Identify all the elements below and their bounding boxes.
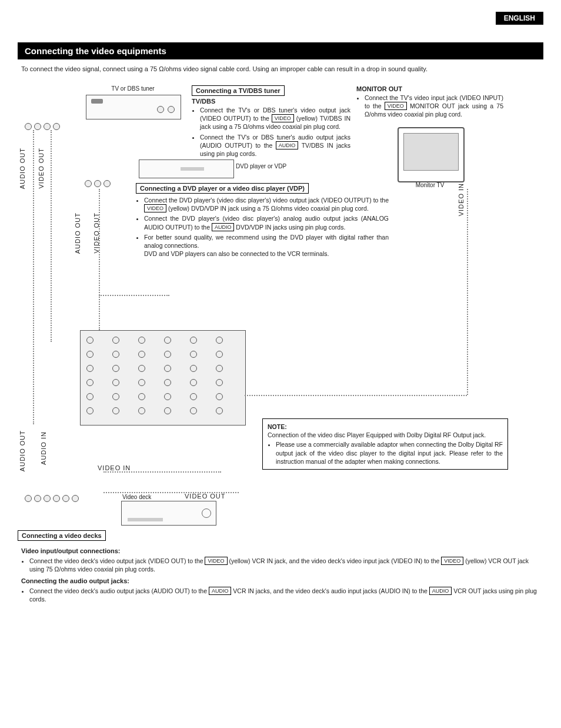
- audio-chip: AUDIO: [429, 587, 452, 595]
- video-io-sub: Video input/output connections:: [21, 547, 540, 556]
- monitor-out-heading: MONITOR OUT: [356, 85, 503, 92]
- audio-chip: AUDIO: [212, 223, 235, 231]
- dvd-bullet-2: Connect the DVD player's (video disc pla…: [144, 214, 389, 231]
- dvd-label: DVD player or VDP: [236, 163, 286, 169]
- note-bullet-1: Please use a commercially available adap…: [276, 440, 503, 466]
- monitor-out-bullet-1: Connect the TV's video input jack (VIDEO…: [365, 94, 503, 119]
- dvd-device: [139, 159, 234, 178]
- video-out-label-deck: VIDEO OUT: [185, 493, 226, 500]
- audio-chip: AUDIO: [276, 141, 299, 149]
- tuner-label: TV or DBS tuner: [86, 85, 180, 92]
- audio-chip: AUDIO: [209, 587, 232, 595]
- language-tab: ENGLISH: [496, 12, 543, 25]
- video-chip: VIDEO: [441, 557, 463, 565]
- video-deck-device: [121, 501, 216, 526]
- video-deck-bullet-1: Connect the video deck's video output ja…: [29, 557, 540, 573]
- dvd-bullet-3: For better sound quality, we recommend u…: [144, 233, 389, 258]
- tuner-device: [86, 95, 181, 119]
- audio-out-label-deck: AUDIO OUT: [19, 430, 26, 471]
- section-intro: To connect the video signal, connect usi…: [21, 65, 540, 72]
- video-deck-label: Video deck: [122, 494, 151, 500]
- video-out-label-tuner: VIDEO OUT: [38, 148, 45, 189]
- receiver-back-panel: [80, 330, 246, 426]
- monitor-tv-device: [398, 127, 465, 182]
- audio-in-label-deck: AUDIO IN: [40, 431, 47, 465]
- video-in-label-deck: VIDEO IN: [98, 464, 131, 471]
- tv-dbs-bullet-1: Connect the TV's or DBS tuner's video ou…: [200, 106, 350, 131]
- dvd-heading: Connecting a DVD player or a video disc …: [136, 183, 309, 194]
- audio-out-label-dvd: AUDIO OUT: [74, 212, 81, 254]
- video-in-label-tv: VIDEO IN: [458, 183, 465, 216]
- video-chip: VIDEO: [205, 557, 227, 565]
- monitor-tv-label: Monitor TV: [398, 182, 462, 188]
- tv-dbs-heading: Connecting a TV/DBS tuner: [192, 85, 285, 96]
- video-chip: VIDEO: [385, 102, 407, 110]
- video-deck-bullet-2: Connect the video deck's audio output ja…: [29, 587, 540, 603]
- tv-dbs-sub: TV/DBS: [192, 98, 350, 105]
- video-chip: VIDEO: [144, 204, 166, 212]
- note-box: NOTE: Connection of the video disc Playe…: [262, 418, 508, 470]
- tv-dbs-bullet-2: Connect the TV's or DBS tuner's audio ou…: [200, 133, 350, 158]
- dvd-bullet-1: Connect the DVD player's (video disc pla…: [144, 196, 389, 212]
- video-chip: VIDEO: [272, 114, 294, 122]
- note-line-1: Connection of the video disc Player Equi…: [268, 431, 503, 439]
- audio-out-label-tuner: AUDIO OUT: [19, 148, 26, 189]
- audio-jack-sub: Connecting the audio output jacks:: [21, 577, 540, 586]
- note-title: NOTE:: [268, 423, 503, 431]
- section-title-bar: Connecting the video equipments: [18, 42, 543, 59]
- wiring-diagram: TV or DBS tuner AUDIO OUT VIDEO OUT DVD …: [21, 83, 540, 542]
- video-deck-heading: Connecting a video decks: [18, 530, 106, 541]
